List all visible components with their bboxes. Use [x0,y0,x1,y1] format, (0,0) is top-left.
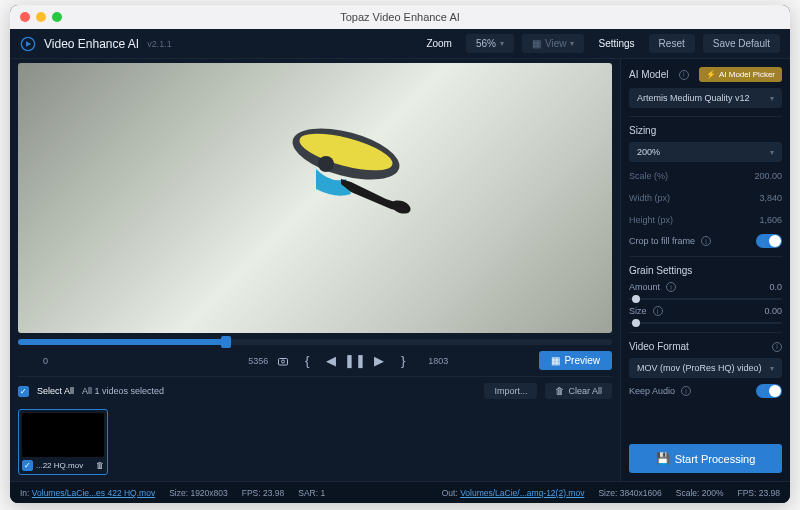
svg-point-4 [318,156,334,172]
svg-rect-5 [279,358,288,365]
mark-in-button[interactable]: { [298,352,316,370]
grain-amount-slider[interactable] [629,298,782,300]
camera-icon [277,355,289,367]
pause-button[interactable]: ❚❚ [346,352,364,370]
zoom-dropdown[interactable]: 56%▾ [466,34,514,53]
reset-button[interactable]: Reset [649,34,695,53]
grain-size-slider[interactable] [629,322,782,324]
timeline-progress [18,339,226,345]
timeline-handle[interactable] [221,336,231,348]
format-select[interactable]: MOV (mov (ProRes HQ) video)▾ [629,358,782,378]
select-all-checkbox[interactable] [18,386,29,397]
height-value: 1,606 [759,215,782,225]
frame-current: 5356 [238,356,268,366]
scale-value: 200.00 [754,171,782,181]
info-icon[interactable]: i [653,306,663,316]
status-bar: In: Volumes/LaCie...es 422 HQ.mov Size: … [10,481,790,503]
in-path-link[interactable]: Volumes/LaCie...es 422 HQ.mov [32,488,155,498]
chevron-down-icon: ▾ [770,94,774,103]
zoom-label: Zoom [420,38,458,49]
topbar: Video Enhance AI v2.1.1 Zoom 56%▾ ▦View▾… [10,29,790,59]
info-icon[interactable]: i [681,386,691,396]
start-processing-button[interactable]: 💾Start Processing [629,444,782,473]
sizing-heading: Sizing [629,125,782,136]
trash-icon: 🗑 [555,386,564,396]
info-icon[interactable]: i [679,70,689,80]
mark-out-button[interactable]: } [394,352,412,370]
main-panel: 0 5356 { ◀ ❚❚ ▶ } 1803 ▦Preview Select A… [10,59,620,481]
chevron-down-icon: ▾ [770,364,774,373]
in-size: Size: 1920x803 [169,488,228,498]
snapshot-button[interactable] [274,352,292,370]
grain-size-label: Size [629,306,647,316]
import-button[interactable]: Import... [484,383,537,399]
chevron-down-icon: ▾ [500,39,504,48]
close-icon[interactable] [20,12,30,22]
step-back-button[interactable]: ◀ [322,352,340,370]
frame-end: 1803 [418,356,448,366]
file-list-bar: Select All All 1 videos selected Import.… [18,376,612,405]
scale-label: Scale (%) [629,171,668,181]
trash-icon[interactable]: 🗑 [96,461,104,470]
width-value: 3,840 [759,193,782,203]
keep-audio-label: Keep Audio [629,386,675,396]
thumb-image [22,413,104,457]
out-fps: FPS: 23.98 [737,488,780,498]
crop-label: Crop to fill frame [629,236,695,246]
app-version: v2.1.1 [147,39,172,49]
settings-link[interactable]: Settings [592,38,640,49]
app-logo-icon [20,36,36,52]
app-window: Topaz Video Enhance AI Video Enhance AI … [10,5,790,503]
height-label: Height (px) [629,215,673,225]
info-icon[interactable]: i [701,236,711,246]
ai-model-picker-button[interactable]: ⚡AI Model Picker [699,67,782,82]
crop-toggle[interactable] [756,234,782,248]
timeline-scrubber[interactable] [18,339,612,345]
grid-icon: ▦ [532,38,541,49]
preview-image [256,104,416,244]
info-icon[interactable]: i [666,282,676,292]
in-sar: SAR: 1 [298,488,325,498]
clear-all-button[interactable]: 🗑Clear All [545,383,612,399]
save-icon: 💾 [656,452,670,465]
file-thumbnails: ...22 HQ.mov 🗑 [18,405,612,481]
save-default-button[interactable]: Save Default [703,34,780,53]
bolt-icon: ⚡ [706,70,716,79]
content-area: 0 5356 { ◀ ❚❚ ▶ } 1803 ▦Preview Select A… [10,59,790,481]
file-thumb[interactable]: ...22 HQ.mov 🗑 [18,409,108,475]
thumb-filename: ...22 HQ.mov [36,461,83,470]
ai-model-heading: AI Model [629,69,668,80]
chevron-down-icon: ▾ [570,39,574,48]
thumb-checkbox[interactable] [22,460,33,471]
info-icon[interactable]: i [772,342,782,352]
grain-amount-value: 0.0 [769,282,782,292]
out-scale: Scale: 200% [676,488,724,498]
titlebar: Topaz Video Enhance AI [10,5,790,29]
out-path-link[interactable]: Volumes/LaCie/...amq-12(2).mov [460,488,584,498]
playback-controls: 0 5356 { ◀ ❚❚ ▶ } 1803 ▦Preview [18,345,612,376]
in-fps: FPS: 23.98 [242,488,285,498]
preview-button[interactable]: ▦Preview [539,351,612,370]
in-label: In: [20,488,29,498]
chevron-down-icon: ▾ [770,148,774,157]
frame-start: 0 [18,356,48,366]
selected-count: All 1 videos selected [82,386,164,396]
video-preview[interactable] [18,63,612,333]
svg-point-3 [389,197,412,215]
select-all-label[interactable]: Select All [37,386,74,396]
svg-point-6 [282,360,285,363]
grain-amount-label: Amount [629,282,660,292]
sizing-select[interactable]: 200%▾ [629,142,782,162]
keep-audio-toggle[interactable] [756,384,782,398]
step-fwd-button[interactable]: ▶ [370,352,388,370]
view-dropdown[interactable]: ▦View▾ [522,34,585,53]
width-label: Width (px) [629,193,670,203]
out-size: Size: 3840x1606 [598,488,661,498]
model-select[interactable]: Artemis Medium Quality v12▾ [629,88,782,108]
window-title: Topaz Video Enhance AI [340,11,460,23]
maximize-icon[interactable] [52,12,62,22]
grain-heading: Grain Settings [629,265,782,276]
traffic-lights [20,12,62,22]
minimize-icon[interactable] [36,12,46,22]
settings-sidebar: AI Model i ⚡AI Model Picker Artemis Medi… [620,59,790,481]
